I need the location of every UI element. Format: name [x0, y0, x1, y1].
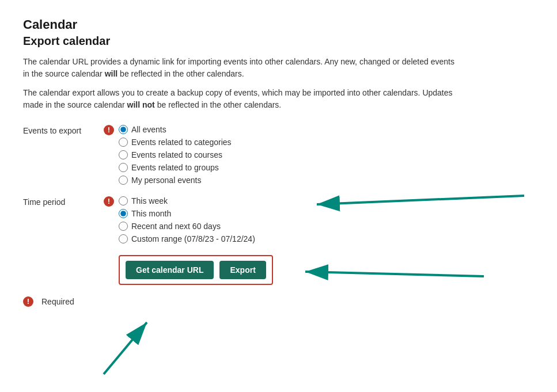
buttons-container: Get calendar URL Export: [119, 255, 273, 285]
radio-this-month[interactable]: This month: [119, 209, 255, 218]
radio-this-week[interactable]: This week: [119, 196, 255, 205]
radio-personal-label: My personal events: [131, 176, 201, 185]
time-radio-group: This week This month Recent and next 60 …: [119, 196, 255, 243]
radio-categories[interactable]: Events related to categories: [119, 138, 232, 147]
radio-courses[interactable]: Events related to courses: [119, 150, 232, 159]
required-note: ! Required: [23, 296, 557, 307]
time-period-row: Time period ! This week This month Recen…: [23, 196, 557, 243]
description-1: The calendar URL provides a dynamic link…: [23, 56, 455, 80]
radio-this-week-label: This week: [131, 196, 168, 205]
radio-recent60[interactable]: Recent and next 60 days: [119, 222, 255, 231]
radio-personal[interactable]: My personal events: [119, 176, 232, 185]
radio-custom[interactable]: Custom range (07/8/23 - 07/12/24): [119, 234, 255, 243]
radio-groups[interactable]: Events related to groups: [119, 163, 232, 172]
description-2: The calendar export allows you to create…: [23, 87, 455, 111]
time-label: Time period: [23, 196, 104, 207]
page-subtitle: Export calendar: [23, 35, 557, 48]
required-note-icon: !: [23, 296, 33, 307]
radio-categories-label: Events related to categories: [131, 138, 232, 147]
events-radio-group: All events Events related to categories …: [119, 125, 232, 185]
radio-this-month-label: This month: [131, 209, 171, 218]
radio-recent60-label: Recent and next 60 days: [131, 222, 221, 231]
radio-all-events-label: All events: [131, 125, 166, 134]
radio-groups-label: Events related to groups: [131, 163, 219, 172]
events-required-icon: !: [104, 125, 114, 135]
time-required-icon: !: [104, 196, 114, 207]
buttons-label-spacer: [23, 255, 104, 256]
radio-courses-label: Events related to courses: [131, 150, 222, 159]
buttons-row: Get calendar URL Export: [23, 255, 557, 285]
events-to-export-row: Events to export ! All events Events rel…: [23, 125, 557, 185]
required-note-label: Required: [41, 297, 74, 306]
export-button[interactable]: Export: [219, 261, 266, 279]
events-label: Events to export: [23, 125, 104, 135]
get-calendar-url-button[interactable]: Get calendar URL: [126, 261, 214, 279]
radio-custom-label: Custom range (07/8/23 - 07/12/24): [131, 234, 255, 243]
radio-all-events[interactable]: All events: [119, 125, 232, 134]
page-title: Calendar: [23, 17, 557, 32]
